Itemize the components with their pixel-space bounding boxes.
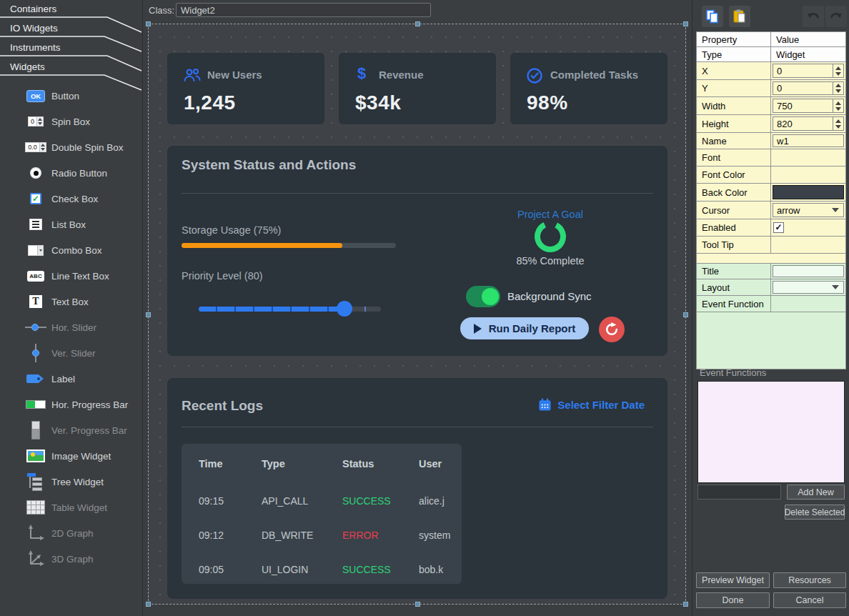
property-row-font[interactable]: Font — [697, 149, 845, 167]
property-grid-filler — [697, 312, 845, 369]
play-icon — [474, 324, 482, 334]
storage-usage-label: Storage Usage (75%) — [182, 224, 281, 236]
palette-item-tree-widget[interactable]: Tree Widget — [0, 469, 143, 495]
palette-item-table-widget[interactable]: Table Widget — [0, 495, 143, 520]
palette-item-line-text-box[interactable]: ABC Line Text Box — [0, 263, 143, 289]
hor-slider-icon — [24, 314, 48, 340]
priority-slider-thumb[interactable] — [337, 301, 352, 317]
radio-button-icon — [24, 160, 48, 186]
resize-handle-mid-right[interactable] — [683, 312, 688, 317]
palette-item-text-box[interactable]: T Text Box — [0, 289, 143, 314]
palette-item-radio-button[interactable]: Radio Button — [0, 160, 143, 186]
enabled-checkbox[interactable]: ✓ — [773, 222, 784, 233]
y-spin-input[interactable]: 0 — [773, 81, 844, 95]
title-input[interactable] — [773, 265, 844, 277]
width-spin-input[interactable]: 750 — [773, 99, 844, 113]
palette-tab-io-widgets[interactable]: IO Widgets — [10, 23, 58, 34]
property-row-width: Width 750 — [697, 97, 845, 115]
layout-dropdown[interactable] — [773, 281, 844, 294]
col-header-status: Status — [342, 458, 374, 470]
select-filter-date-link[interactable]: Select Filter Date — [538, 398, 645, 412]
refresh-button[interactable] — [599, 317, 625, 342]
property-row-height: Height 820 — [697, 115, 845, 133]
log-cell-user: alice.j — [419, 495, 445, 507]
spinbox-icon: 0 — [24, 109, 48, 134]
class-name-input[interactable] — [176, 3, 431, 17]
log-cell-time: 09:15 — [199, 495, 224, 507]
redo-button[interactable] — [825, 6, 847, 27]
resources-button[interactable]: Resources — [773, 572, 846, 588]
image-widget-icon — [24, 443, 48, 469]
property-row-font-color[interactable]: Font Color — [697, 167, 845, 184]
name-input[interactable]: w1 — [773, 134, 844, 147]
stat-card-completed-tasks[interactable]: Completed Tasks 98% — [510, 53, 667, 124]
palette-item-hor-progress-bar[interactable]: Hor. Progress Bar — [0, 392, 143, 417]
palette-tab-instruments[interactable]: Instruments — [10, 42, 61, 53]
palette-tab-widgets[interactable]: Widgets — [10, 61, 45, 72]
palette-item-label[interactable]: Label — [0, 366, 143, 392]
paste-button[interactable] — [729, 6, 750, 27]
background-sync-toggle[interactable] — [466, 286, 500, 307]
combo-box-icon — [24, 237, 48, 263]
run-daily-report-button[interactable]: Run Daily Report — [460, 317, 589, 339]
priority-slider[interactable] — [199, 307, 381, 312]
new-function-input[interactable] — [697, 485, 781, 500]
property-row-enabled: Enabled ✓ — [697, 219, 845, 237]
palette-item-button[interactable]: OK Button — [0, 83, 143, 109]
palette-item-image-widget[interactable]: Image Widget — [0, 443, 143, 469]
resize-handle-bottom-right[interactable] — [683, 602, 688, 607]
resize-handle-top-center[interactable] — [415, 21, 420, 26]
priority-level-label: Priority Level (80) — [182, 270, 263, 282]
palette-item-2d-graph[interactable]: 2D Graph — [0, 520, 143, 546]
preview-widget-button[interactable]: Preview Widget — [696, 572, 770, 588]
undo-button[interactable] — [803, 6, 824, 27]
palette-item-list-box[interactable]: List Box — [0, 212, 143, 237]
x-spin-input[interactable]: 0 — [773, 64, 844, 78]
resize-handle-mid-left[interactable] — [146, 312, 151, 317]
log-cell-time: 09:05 — [199, 564, 224, 575]
palette-item-ver-progress-bar[interactable]: Ver. Progress Bar — [0, 417, 143, 443]
log-cell-type: UI_LOGIN — [262, 564, 308, 575]
stat-card-new-users[interactable]: New Users 1,245 — [167, 53, 324, 124]
palette-item-hor-slider[interactable]: Hor. Slider — [0, 314, 143, 340]
log-cell-user: bob.k — [419, 564, 443, 575]
cursor-dropdown[interactable]: arrow — [773, 203, 844, 217]
palette-item-combo-box[interactable]: Combo Box — [0, 237, 143, 263]
palette-item-double-spin-box[interactable]: 0.0 Double Spin Box — [0, 134, 143, 160]
resize-handle-top-right[interactable] — [683, 21, 688, 26]
resize-handle-top-left[interactable] — [146, 21, 151, 26]
log-cell-type: API_CALL — [262, 495, 308, 507]
back-color-swatch[interactable] — [773, 185, 844, 199]
check-box-icon: ✓ — [24, 186, 48, 212]
property-row-tool-tip[interactable]: Tool Tip — [697, 237, 845, 254]
property-row-type: Type Widget — [697, 47, 845, 62]
add-new-button[interactable]: Add New — [787, 485, 845, 500]
log-cell-user: system — [419, 530, 450, 541]
resize-handle-bottom-center[interactable] — [415, 602, 420, 607]
property-grid-header: Property Value — [697, 32, 845, 47]
event-functions-list[interactable] — [697, 381, 845, 483]
system-status-panel: System Status and Actions Storage Usage … — [167, 146, 667, 356]
property-row-event-function[interactable]: Event Function — [697, 296, 845, 312]
palette-item-spin-box[interactable]: 0 Spin Box — [0, 109, 143, 134]
3d-graph-icon — [24, 546, 48, 572]
copy-button[interactable] — [702, 6, 723, 27]
event-functions-label: Event Functions — [700, 367, 766, 378]
log-cell-type: DB_WRITE — [262, 530, 313, 541]
palette-tab-containers[interactable]: Containers — [10, 4, 56, 14]
delete-selected-button[interactable]: Delete Selected — [785, 505, 845, 520]
stat-card-revenue[interactable]: $ Revenue $34k — [339, 53, 496, 124]
recent-logs-panel: Recent Logs Select Filter Date Time Type… — [167, 378, 667, 599]
hor-progress-icon — [24, 392, 48, 417]
cancel-button[interactable]: Cancel — [773, 592, 846, 608]
palette-item-3d-graph[interactable]: 3D Graph — [0, 546, 143, 572]
palette-item-check-box[interactable]: ✓ Check Box — [0, 186, 143, 212]
design-canvas[interactable]: New Users 1,245 $ Revenue $34k Completed… — [148, 24, 686, 605]
ver-progress-icon — [24, 417, 48, 443]
divider — [182, 427, 653, 427]
done-button[interactable]: Done — [696, 592, 770, 608]
resize-handle-bottom-left[interactable] — [146, 602, 151, 607]
palette-item-ver-slider[interactable]: Ver. Slider — [0, 340, 143, 366]
log-cell-status: SUCCESS — [342, 495, 391, 507]
height-spin-input[interactable]: 820 — [773, 116, 844, 131]
